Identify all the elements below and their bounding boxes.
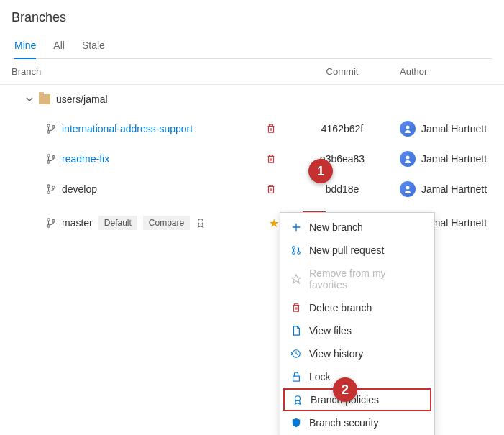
avatar <box>400 181 416 197</box>
column-branch: Branch <box>12 66 285 77</box>
menu-remove-favorite: Remove from my favorites <box>280 262 434 296</box>
svg-rect-21 <box>293 376 300 381</box>
svg-point-4 <box>47 155 50 157</box>
branch-name[interactable]: master <box>62 217 93 229</box>
menu-branch-security[interactable]: Branch security <box>280 411 434 434</box>
author-name: Jamal Hartnett <box>421 123 487 134</box>
trash-icon[interactable] <box>266 124 276 134</box>
star-icon[interactable]: ★ <box>269 216 279 230</box>
branch-icon <box>46 124 56 134</box>
menu-label: View history <box>309 348 363 360</box>
svg-point-8 <box>47 185 50 188</box>
menu-view-files[interactable]: View files <box>280 319 434 342</box>
trash-icon[interactable] <box>266 154 276 164</box>
shield-icon <box>290 417 302 429</box>
folder-row[interactable]: users/jamal <box>0 85 504 114</box>
menu-label: Delete branch <box>309 302 372 313</box>
plus-icon <box>290 221 302 233</box>
column-commit: Commit <box>285 66 400 77</box>
folder-name: users/jamal <box>56 93 108 105</box>
svg-point-6 <box>52 156 55 159</box>
svg-point-14 <box>52 220 55 223</box>
branch-name[interactable]: develop <box>62 183 97 195</box>
menu-label: New pull request <box>309 244 384 256</box>
svg-point-17 <box>293 247 295 249</box>
menu-label: Remove from my favorites <box>309 267 424 290</box>
commit-hash[interactable]: 4162b62f <box>285 123 400 134</box>
commit-hash[interactable]: e3b6ea83 <box>285 153 400 165</box>
compare-badge: Compare <box>143 216 190 230</box>
pull-request-icon <box>290 244 302 256</box>
history-icon <box>290 348 302 360</box>
table-header: Branch Commit Author <box>0 59 504 85</box>
default-badge: Default <box>98 216 137 230</box>
menu-label: Branch security <box>309 417 378 429</box>
branch-name[interactable]: readme-fix <box>62 153 109 165</box>
tab-stale[interactable]: Stale <box>82 34 105 58</box>
tab-mine[interactable]: Mine <box>14 34 36 58</box>
ribbon-icon <box>292 394 303 406</box>
table-row: international-address-support 4162b62f J… <box>0 114 504 144</box>
menu-label: View files <box>309 325 352 336</box>
lock-icon <box>290 371 302 383</box>
file-icon <box>290 325 302 336</box>
svg-point-12 <box>47 219 50 221</box>
menu-view-history[interactable]: View history <box>280 342 434 365</box>
page-title: Branches <box>12 10 492 25</box>
author-name: Jamal Hartnett <box>421 153 487 165</box>
svg-point-5 <box>47 161 50 164</box>
svg-point-7 <box>406 156 410 160</box>
branch-icon <box>46 184 56 194</box>
svg-point-15 <box>198 219 203 224</box>
column-author: Author <box>400 66 492 77</box>
folder-icon <box>39 94 50 104</box>
svg-point-11 <box>406 186 410 190</box>
callout-1: 1 <box>308 159 333 183</box>
ribbon-icon <box>196 218 206 228</box>
menu-new-branch[interactable]: New branch <box>280 216 434 239</box>
tabs: Mine All Stale <box>12 34 492 59</box>
table-row: readme-fix e3b6ea83 Jamal Hartnett <box>0 144 504 174</box>
author-name: Jamal Hartnett <box>421 183 487 195</box>
menu-label: New branch <box>309 221 363 233</box>
trash-icon <box>290 302 302 313</box>
svg-point-19 <box>298 252 301 255</box>
star-outline-icon <box>290 273 302 285</box>
avatar <box>400 151 416 167</box>
svg-point-18 <box>293 252 295 255</box>
table-row: develop bdd18e Jamal Hartnett <box>0 174 504 204</box>
branch-icon <box>46 154 56 164</box>
menu-label: Lock <box>309 371 331 383</box>
commit-hash[interactable]: bdd18e <box>285 183 400 195</box>
menu-branch-policies[interactable]: Branch policies <box>283 388 431 411</box>
svg-point-22 <box>295 396 301 401</box>
menu-delete-branch[interactable]: Delete branch <box>280 296 434 319</box>
svg-point-10 <box>52 186 55 189</box>
menu-lock[interactable]: Lock <box>280 365 434 388</box>
context-menu: New branch New pull request Remove from … <box>280 212 435 435</box>
avatar <box>400 121 416 137</box>
menu-new-pull-request[interactable]: New pull request <box>280 239 434 262</box>
chevron-down-icon <box>26 96 33 103</box>
tab-all[interactable]: All <box>53 34 65 58</box>
svg-point-1 <box>47 131 50 134</box>
callout-2: 2 <box>333 377 357 402</box>
svg-point-3 <box>406 126 410 129</box>
svg-point-0 <box>47 124 50 127</box>
svg-point-2 <box>52 126 55 129</box>
branch-name[interactable]: international-address-support <box>62 123 193 134</box>
trash-icon[interactable] <box>266 184 276 194</box>
svg-point-9 <box>47 191 50 194</box>
branch-icon <box>46 218 56 228</box>
svg-point-13 <box>47 225 50 228</box>
